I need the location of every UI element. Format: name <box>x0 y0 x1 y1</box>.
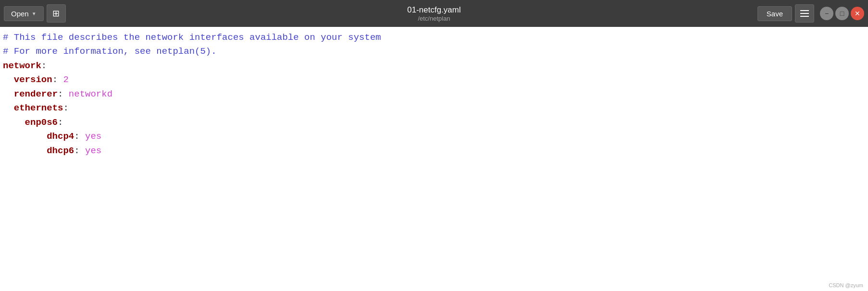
titlebar: Open ▼ ⊞ 01-netcfg.yaml /etc/netplan Sav… <box>0 0 868 27</box>
chevron-down-icon: ▼ <box>32 11 37 16</box>
save-button[interactable]: Save <box>757 6 792 21</box>
close-button[interactable]: ✕ <box>851 7 864 20</box>
window-controls: − □ ✕ <box>820 7 864 20</box>
titlebar-right: Save − □ ✕ <box>757 4 864 23</box>
minimize-button[interactable]: − <box>820 7 833 20</box>
watermark: CSDN @zyum <box>829 282 863 288</box>
maximize-button[interactable]: □ <box>835 7 849 20</box>
menu-button[interactable] <box>795 4 814 23</box>
editor[interactable]: # This file describes the network interf… <box>0 27 868 291</box>
code-line: version: 2 <box>3 73 865 87</box>
code-line: enp0s6: <box>3 116 865 130</box>
code-line: # For more information, see netplan(5). <box>3 45 865 59</box>
code-line: # This file describes the network interf… <box>3 31 865 45</box>
open-label: Open <box>11 10 29 18</box>
titlebar-left: Open ▼ ⊞ <box>4 4 66 23</box>
new-file-icon: ⊞ <box>52 8 60 19</box>
code-line: ethernets: <box>3 101 865 115</box>
code-line: dhcp4: yes <box>3 130 865 144</box>
code-line: dhcp6: yes <box>3 144 865 158</box>
title-path: /etc/netplan <box>407 15 461 22</box>
code-line: network: <box>3 59 865 73</box>
title-filename: 01-netcfg.yaml <box>407 5 461 15</box>
code-line: renderer: networkd <box>3 87 865 101</box>
hamburger-icon <box>800 10 809 17</box>
open-button[interactable]: Open ▼ <box>4 6 44 21</box>
titlebar-center: 01-netcfg.yaml /etc/netplan <box>407 5 461 22</box>
new-file-button[interactable]: ⊞ <box>47 4 66 23</box>
